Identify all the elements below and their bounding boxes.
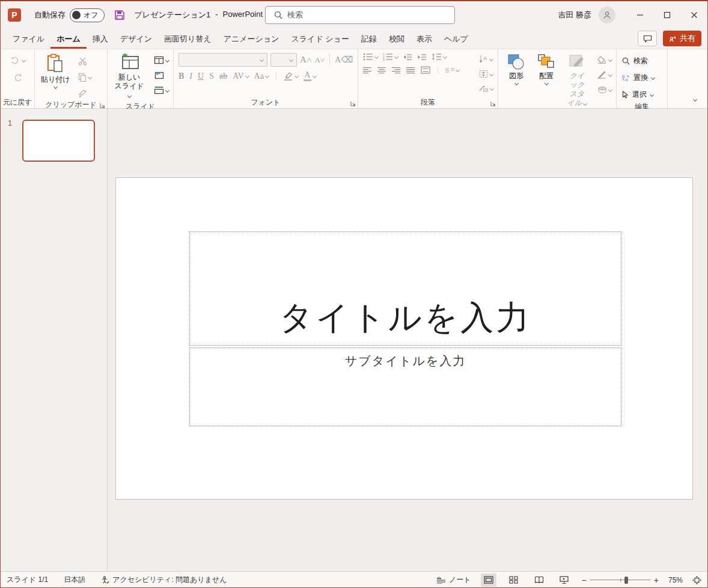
tab-view[interactable]: 表示 (410, 29, 438, 49)
fit-to-window-button[interactable] (692, 576, 701, 584)
font-name-combo[interactable] (179, 53, 267, 67)
section-button[interactable] (152, 84, 171, 96)
maximize-button[interactable] (653, 1, 680, 29)
shape-effects-button[interactable] (596, 84, 614, 96)
tab-slideshow[interactable]: スライド ショー (285, 29, 355, 49)
normal-view-button[interactable] (481, 574, 496, 587)
slide-layout-button[interactable] (152, 54, 171, 66)
reset-slide-button[interactable] (152, 69, 171, 81)
find-button[interactable]: 検索 (620, 54, 664, 68)
replace-button[interactable]: bc 置換 (620, 71, 664, 85)
align-text-button[interactable] (477, 68, 495, 80)
align-text-chevron[interactable] (489, 72, 493, 76)
accessibility-status[interactable]: アクセシビリティ: 問題ありません (101, 575, 227, 585)
slide[interactable]: タイトルを入力 サブタイトルを入力 (115, 177, 693, 500)
smartart-chevron[interactable] (490, 87, 494, 91)
tab-transitions[interactable]: 画面切り替え (158, 29, 218, 49)
case-chevron[interactable] (265, 74, 269, 78)
bullets-chevron[interactable] (374, 55, 379, 59)
undo-dropdown-chevron[interactable] (21, 58, 25, 62)
distribute-button[interactable] (421, 66, 430, 74)
zoom-slider[interactable] (590, 576, 650, 584)
numbering-button[interactable]: 123 (383, 53, 398, 61)
reading-view-button[interactable] (531, 574, 547, 587)
slide-counter[interactable]: スライド 1/1 (7, 575, 48, 585)
font-dialog-launcher[interactable] (350, 101, 356, 106)
shape-effects-chevron[interactable] (608, 88, 612, 92)
spacing-chevron[interactable] (245, 74, 249, 78)
font-size-combo[interactable] (270, 53, 297, 67)
justify-button[interactable] (406, 67, 415, 74)
clear-formatting-button[interactable]: A⌫ (335, 55, 353, 65)
slide-sorter-view-button[interactable] (506, 574, 522, 587)
new-slide-button[interactable]: 新しい スライド (110, 52, 148, 102)
decrease-indent-button[interactable] (403, 54, 412, 61)
tab-review[interactable]: 校閲 (383, 29, 410, 49)
language-indicator[interactable]: 日本語 (64, 575, 85, 585)
shapes-button[interactable]: 図形 (503, 52, 529, 109)
bullets-button[interactable] (363, 53, 378, 61)
text-direction-chevron[interactable] (489, 57, 493, 61)
title-placeholder[interactable]: タイトルを入力 (189, 231, 621, 346)
select-button[interactable]: 選択 (620, 88, 664, 102)
tab-home[interactable]: ホーム (50, 29, 87, 49)
select-chevron[interactable] (650, 93, 654, 97)
zoom-slider-handle[interactable] (624, 577, 628, 584)
underline-button[interactable]: U (198, 72, 204, 81)
align-right-button[interactable] (392, 67, 401, 74)
redo-button[interactable] (11, 71, 24, 84)
shapes-dropdown-chevron[interactable] (514, 81, 518, 85)
subtitle-placeholder[interactable]: サブタイトルを入力 (189, 348, 621, 426)
comments-button[interactable] (638, 31, 657, 46)
tab-design[interactable]: デザイン (114, 29, 158, 49)
zoom-in-button[interactable]: + (654, 575, 659, 585)
font-name-chevron[interactable] (260, 58, 264, 62)
columns-chevron[interactable] (456, 68, 460, 72)
autosave-toggle[interactable]: オフ (70, 8, 105, 22)
save-icon[interactable] (114, 10, 125, 20)
clipboard-dialog-launcher[interactable] (100, 103, 105, 108)
increase-font-button[interactable]: A˄ (300, 55, 311, 65)
autosave-control[interactable]: 自動保存 オフ (34, 8, 105, 22)
share-button[interactable]: 共有 (663, 31, 701, 46)
section-dropdown-chevron[interactable] (165, 88, 169, 92)
minimize-button[interactable] (626, 1, 653, 29)
bold-button[interactable]: B (179, 72, 184, 81)
arrange-dropdown-chevron[interactable] (544, 81, 548, 85)
highlight-chevron[interactable] (294, 74, 299, 78)
font-color-button[interactable]: A (304, 71, 316, 81)
layout-dropdown-chevron[interactable] (165, 58, 169, 62)
collapse-ribbon-chevron[interactable] (693, 97, 697, 102)
replace-chevron[interactable] (651, 76, 655, 80)
zoom-level[interactable]: 75% (668, 576, 683, 584)
shape-outline-button[interactable] (596, 69, 614, 81)
format-painter-button[interactable] (76, 87, 93, 100)
strikethrough-button[interactable]: ab (219, 72, 227, 81)
quick-styles-chevron[interactable] (583, 102, 587, 106)
paste-button[interactable]: 貼り付け (37, 52, 74, 100)
copy-dropdown-chevron[interactable] (88, 75, 92, 79)
font-color-chevron[interactable] (313, 74, 317, 78)
line-spacing-button[interactable] (432, 53, 447, 61)
tab-insert[interactable]: 挿入 (87, 29, 114, 49)
user-avatar[interactable] (599, 7, 615, 23)
search-input[interactable]: 検索 (265, 6, 455, 24)
tab-animations[interactable]: アニメーション (218, 29, 285, 49)
tab-file[interactable]: ファイル (7, 29, 50, 49)
user-name[interactable]: 吉田 勝彦 (558, 10, 591, 20)
convert-smartart-button[interactable] (477, 83, 495, 94)
italic-button[interactable]: I (189, 72, 192, 81)
undo-button[interactable] (8, 54, 27, 66)
new-slide-dropdown-chevron[interactable] (127, 94, 131, 98)
shadow-button[interactable]: S (209, 72, 214, 81)
text-direction-button[interactable]: A (477, 53, 495, 65)
shape-fill-button[interactable] (596, 54, 614, 66)
arrange-button[interactable]: 配置 (533, 52, 560, 109)
copy-button[interactable] (76, 71, 93, 84)
paste-dropdown-chevron[interactable] (53, 85, 58, 89)
close-button[interactable] (680, 1, 707, 29)
highlight-color-button[interactable] (284, 72, 298, 81)
numbering-chevron[interactable] (394, 55, 398, 59)
font-size-chevron[interactable] (289, 58, 293, 62)
align-center-button[interactable] (377, 67, 386, 74)
